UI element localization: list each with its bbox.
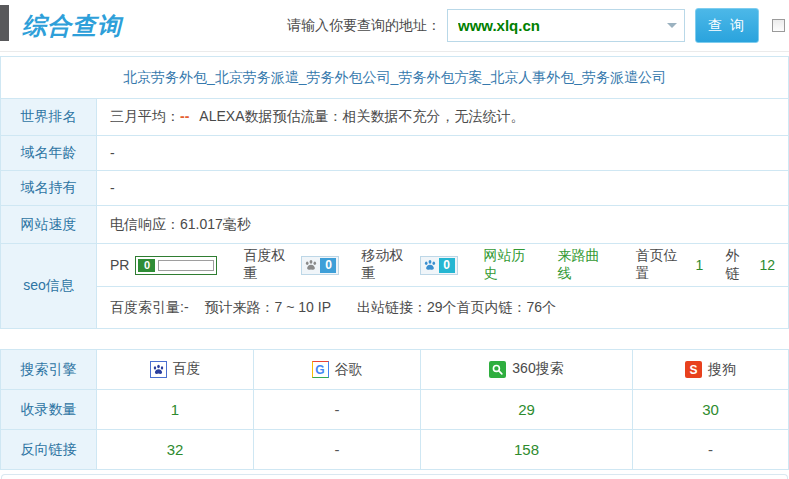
outlink-value: 12: [759, 257, 775, 273]
engine-name: 百度: [173, 360, 201, 378]
google-g-icon: G: [312, 361, 329, 378]
avg-label: 三月平均：: [110, 108, 180, 124]
domain-holder-value: -: [97, 171, 789, 206]
pagerank-widget: 0: [135, 256, 217, 275]
seo-info-label: seo信息: [1, 244, 97, 329]
mobile-paw-icon: [423, 258, 437, 272]
world-rank-label: 世界排名: [1, 99, 97, 136]
baidu-weight-badge: 0: [301, 256, 339, 275]
indexed-360: 29: [421, 390, 633, 430]
backlink-google: -: [254, 430, 421, 470]
domain-age-value: -: [97, 136, 789, 171]
mobile-weight-label: 移动权重: [361, 247, 413, 283]
baidu-index-text: 百度索引量:-: [110, 299, 189, 317]
address-label: 请输入你要查询的地址：: [287, 17, 441, 35]
pagerank-value: 0: [138, 259, 155, 272]
engine-name: 谷歌: [335, 361, 363, 379]
indexed-count-row: 收录数量 1 - 29 30: [1, 390, 789, 430]
chevron-down-icon[interactable]: [660, 10, 684, 41]
seo-info-row-1: seo信息 PR 0 百度权重 0 移动权重: [1, 244, 789, 287]
address-input[interactable]: [448, 17, 660, 34]
site-title-row: 北京劳务外包_北京劳务派遣_劳务外包公司_劳务外包方案_北京人事外包_劳务派遣公…: [1, 57, 789, 99]
baidu-paw-icon: [150, 361, 167, 378]
engines-header-row: 搜索引擎 百度 G 谷歌 360搜索: [1, 350, 789, 390]
alexa-note: ALEXA数据预估流量：相关数据不充分，无法统计。: [199, 108, 524, 124]
traffic-curve-link[interactable]: 来路曲线: [558, 247, 610, 283]
domain-age-row: 域名年龄 -: [1, 136, 789, 171]
backlink-count-label: 反向链接: [1, 430, 97, 470]
home-position-label: 首页位置: [636, 247, 688, 283]
site-history-link[interactable]: 网站历史: [484, 247, 536, 283]
outlink-label: 外链: [725, 247, 751, 283]
world-rank-row: 世界排名 三月平均：--ALEXA数据预估流量：相关数据不充分，无法统计。: [1, 99, 789, 136]
site-info-table: 北京劳务外包_北京劳务派遣_劳务外包公司_劳务外包方案_北京人事外包_劳务派遣公…: [0, 56, 789, 329]
engine-360: 360搜索: [489, 360, 563, 378]
engine-google: G 谷歌: [312, 361, 363, 379]
engine-name: 搜狗: [708, 361, 736, 379]
option-checkbox[interactable]: [772, 19, 785, 32]
avg-value: --: [180, 108, 189, 124]
site-speed-label: 网站速度: [1, 206, 97, 244]
search-engines-table: 搜索引擎 百度 G 谷歌 360搜索: [0, 349, 789, 470]
search-360-icon: [489, 361, 506, 378]
indexed-sogou: 30: [633, 390, 789, 430]
page-title: 综合查询: [22, 10, 122, 42]
mobile-weight-value: 0: [439, 258, 455, 273]
indexed-count-label: 收录数量: [1, 390, 97, 430]
address-combobox[interactable]: [447, 9, 685, 42]
site-title: 北京劳务外包_北京劳务派遣_劳务外包公司_劳务外包方案_北京人事外包_劳务派遣公…: [1, 57, 789, 99]
domain-holder-label: 域名持有: [1, 171, 97, 206]
site-speed-row: 网站速度 电信响应：61.017毫秒: [1, 206, 789, 244]
engines-header-label: 搜索引擎: [1, 350, 97, 390]
est-traffic-text: 预计来路：7 ~ 10 IP: [205, 299, 331, 317]
domain-age-label: 域名年龄: [1, 136, 97, 171]
seo-info-row-2: 百度索引量:- 预计来路：7 ~ 10 IP 出站链接：29个首页内链：76个: [1, 287, 789, 329]
next-section-divider: [1, 474, 788, 479]
backlink-count-row: 反向链接 32 - 158 -: [1, 430, 789, 470]
domain-holder-row: 域名持有 -: [1, 171, 789, 206]
pagerank-bar: [158, 260, 214, 271]
engine-name: 360搜索: [512, 360, 563, 378]
site-speed-value: 电信响应：61.017毫秒: [97, 206, 789, 244]
query-header: 综合查询 请输入你要查询的地址： 查 询: [0, 0, 789, 52]
out-links-text: 出站链接：29个首页内链：76个: [357, 299, 556, 317]
pr-label: PR: [110, 257, 129, 273]
indexed-google: -: [254, 390, 421, 430]
engine-sogou: S 搜狗: [685, 361, 736, 379]
indexed-baidu: 1: [97, 390, 254, 430]
baidu-weight-value: 0: [320, 258, 336, 273]
home-position-value: 1: [696, 257, 704, 273]
world-rank-value: 三月平均：--ALEXA数据预估流量：相关数据不充分，无法统计。: [97, 99, 789, 136]
baidu-weight-label: 百度权重: [243, 247, 295, 283]
engine-baidu: 百度: [150, 360, 201, 378]
backlink-360: 158: [421, 430, 633, 470]
backlink-baidu: 32: [97, 430, 254, 470]
sogou-s-icon: S: [685, 361, 702, 378]
query-button[interactable]: 查 询: [695, 8, 759, 43]
brand-bar: [0, 5, 9, 41]
mobile-weight-badge: 0: [420, 256, 458, 275]
paw-icon: [304, 258, 318, 272]
backlink-sogou: -: [633, 430, 789, 470]
